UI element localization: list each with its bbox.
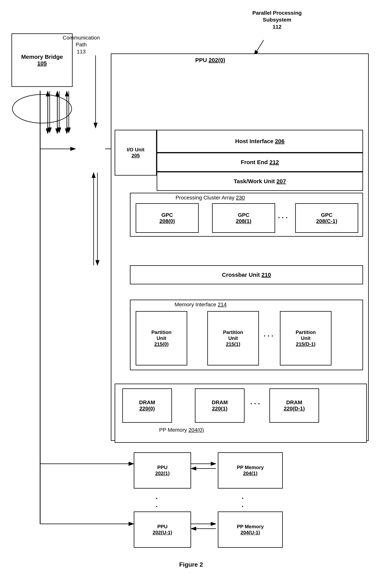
pp-memory-0-label: PP Memory 204(0): [134, 426, 229, 433]
partition-dots: · · ·: [264, 332, 273, 340]
pca-label: Processing Cluster Array 230: [134, 194, 287, 201]
memory-interface-label: Memory Interface 214: [134, 301, 267, 308]
comm-path-label: CommunicationPath 113: [56, 34, 106, 55]
partition-0-box: PartitionUnit215(0): [136, 311, 187, 365]
front-end-box: Front End 212: [157, 153, 363, 172]
dram-1-box: DRAM220(1): [195, 388, 245, 423]
partition-d1-box: PartitionUnit215(D-1): [280, 311, 331, 365]
dram-dots: · · ·: [250, 400, 260, 408]
pps-label: Parallel ProcessingSubsystem 112: [229, 10, 325, 30]
pp-memory-204-1-box: PP Memory204(1): [218, 452, 283, 489]
task-work-unit-box: Task/Work Unit 207: [157, 172, 363, 191]
dram-0-box: DRAM220(0): [122, 388, 172, 423]
partition-1-box: PartitionUnit215(1): [207, 311, 259, 365]
gpc-dots: · · ·: [278, 214, 288, 222]
gpc-0-box: GPC208(0): [136, 203, 199, 233]
ppu-202-u1-box: PPU202(U-1): [134, 511, 191, 548]
gpc-c1-box: GPC208(C-1): [295, 203, 358, 233]
dram-d1-box: DRAM220(D-1): [269, 388, 319, 423]
gpc-1-box: GPC208(1): [212, 203, 275, 233]
ppu-202-0-label: PPU 202(0): [172, 56, 248, 64]
diagram: Memory Bridge 105 CommunicationPath 113 …: [0, 0, 389, 588]
svg-line-50: [254, 40, 264, 55]
crossbar-box: Crossbar Unit 210: [130, 265, 363, 284]
host-interface-box: Host Interface 206: [157, 130, 363, 153]
pp-memory-204-u1-box: PP Memory204(U-1): [218, 511, 283, 548]
io-unit-box: I/O Unit205: [115, 130, 157, 176]
memory-bus-ellipse: [11, 93, 73, 124]
svg-point-49: [12, 94, 72, 123]
memory-bridge-num: 105: [37, 60, 47, 66]
ppu-202-1-box: PPU202(1): [134, 452, 191, 489]
figure-caption: Figure 2: [134, 561, 248, 568]
ppu-202-0-outer-box: [111, 54, 369, 441]
